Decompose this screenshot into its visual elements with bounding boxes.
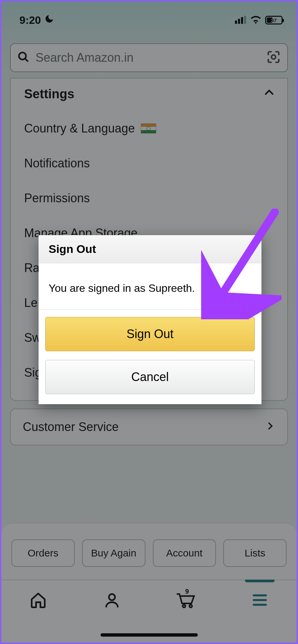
dialog-title: Sign Out <box>39 235 261 263</box>
button-label: Sign Out <box>126 327 173 341</box>
app-screen: 9:20 37 Setting <box>0 0 298 644</box>
dialog-actions: Sign Out Cancel <box>39 310 261 404</box>
button-label: Cancel <box>131 370 169 384</box>
dialog-message: You are signed in as Supreeth. <box>39 263 261 310</box>
cancel-button[interactable]: Cancel <box>45 360 255 394</box>
signout-dialog: Sign Out You are signed in as Supreeth. … <box>39 235 261 404</box>
signout-button[interactable]: Sign Out <box>45 317 255 351</box>
